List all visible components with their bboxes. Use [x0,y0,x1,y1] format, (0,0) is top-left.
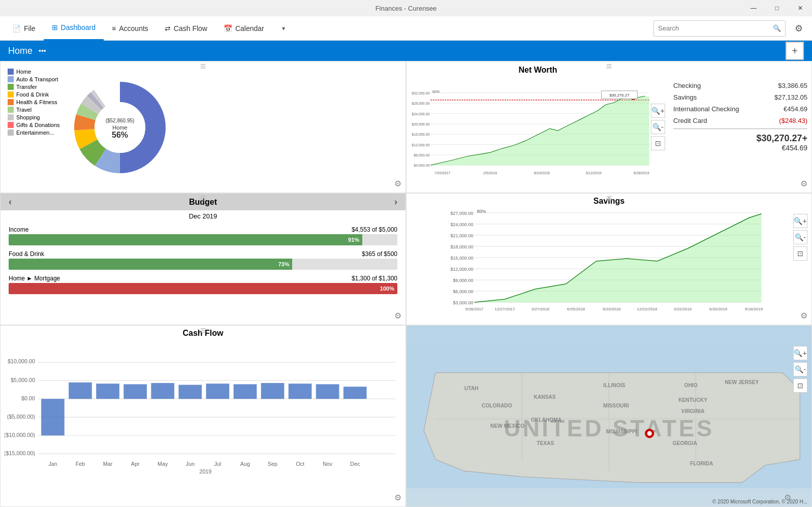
cashflow-drag-handle[interactable]: ≡ [200,326,206,334]
account-divider [673,129,807,129]
svg-rect-92 [316,384,339,399]
map-svg: UTAH COLORADO NEW MEXICO KANSAS OKLAHOMA… [407,326,811,506]
svg-text:$24,000.00: $24,000.00 [450,222,473,227]
networth-zoom-buttons: 🔍+ 🔍- ⊡ [651,104,665,150]
networth-title: Net Worth [411,66,665,75]
savings-settings-button[interactable]: ⚙ [800,311,807,321]
spending-settings-button[interactable]: ⚙ [394,179,401,188]
svg-text:$28,000.00: $28,000.00 [412,102,429,105]
spending-donut-chart: ($52,860.95) Home 56% [69,77,171,178]
map-zoom-out-button[interactable]: 🔍- [793,362,807,376]
legend-color-shopping [8,114,14,120]
menu-file[interactable]: 📄 File [4,16,44,41]
spending-drag-handle[interactable]: ≡ [200,61,206,70]
svg-text:Feb: Feb [76,461,85,467]
menu-calendar[interactable]: 📅 Calendar [215,16,272,41]
nav-dropdown-button[interactable]: ▾ [276,21,291,36]
svg-text:$30,270.27: $30,270.27 [609,93,629,98]
networth-zoom-out-button[interactable]: 🔍- [651,120,665,134]
svg-text:6/25/2018: 6/25/2018 [567,307,585,311]
svg-text:$27,000.00: $27,000.00 [450,211,473,216]
savings-chart: $27,000.00 $24,000.00 $21,000.00 $18,000… [411,208,807,314]
calendar-icon: 📅 [224,24,232,33]
savings-zoom-out-button[interactable]: 🔍- [793,230,807,244]
networth-panel: ≡ Net Worth $32,000.00 $28,000.00 $24,00… [406,61,812,193]
menu-accounts[interactable]: ≡ Accounts [104,16,157,41]
account-row-checking: Checking $3,386.65 [673,82,807,89]
budget-panel: ≡ ‹ Budget › Dec 2019 Income $4,553 of $… [0,193,406,325]
networth-zoom-in-button[interactable]: 🔍+ [651,104,665,118]
networth-fit-button[interactable]: ⊡ [651,136,665,150]
svg-text:9/28/2017: 9/28/2017 [465,307,484,311]
svg-text:UTAH: UTAH [464,386,479,391]
main-content: ≡ Home Auto & Transport Transfer Food & … [0,61,812,507]
budget-next-button[interactable]: › [394,197,397,207]
legend-item-health: Health & Fitness [8,99,65,105]
budget-drag-handle[interactable]: ≡ [200,194,206,202]
home-tab-bar: Home ••• + [0,41,812,61]
map-settings-button[interactable]: ⚙ [784,493,791,502]
budget-food-label: Food & Drink $365 of $500 [9,250,397,258]
legend-item-food: Food & Drink [8,91,65,98]
map-fit-button[interactable]: ⊡ [793,378,807,393]
svg-text:12/27/2017: 12/27/2017 [494,307,515,311]
svg-text:3/22/2019: 3/22/2019 [674,307,692,311]
svg-text:$20,000.00: $20,000.00 [412,122,429,126]
svg-text:$0.00: $0.00 [21,395,35,401]
map-zoom-in-button[interactable]: 🔍+ [793,346,807,360]
legend-color-home [8,69,14,75]
budget-prev-button[interactable]: ‹ [9,197,12,207]
svg-text:$12,000.00: $12,000.00 [412,143,429,147]
savings-zoom-in-button[interactable]: 🔍+ [793,214,807,228]
svg-text:56%: 56% [112,131,128,139]
svg-text:NEW JERSEY: NEW JERSEY [725,379,759,385]
svg-rect-84 [96,384,119,399]
search-input[interactable] [658,24,773,32]
maximize-button[interactable]: □ [765,0,789,16]
menu-bar: 📄 File ⊞ Dashboard ≡ Accounts ⇄ Cash Flo… [0,16,812,41]
cashflow-settings-button[interactable]: ⚙ [394,493,401,502]
svg-text:$3,000.00: $3,000.00 [453,300,473,305]
svg-text:($15,000.00): ($15,000.00) [5,450,35,456]
budget-income-fill: 91% [9,234,362,245]
close-button[interactable]: ✕ [789,0,812,16]
svg-rect-86 [151,383,174,399]
settings-button[interactable]: ⚙ [790,19,808,38]
svg-text:$18,000.00: $18,000.00 [450,244,473,249]
svg-text:7/20/2017: 7/20/2017 [434,171,450,175]
svg-text:Oct: Oct [296,461,304,467]
budget-mortgage-bar: 100% [9,283,397,294]
home-tab-dots[interactable]: ••• [39,47,46,55]
add-widget-button[interactable]: + [786,42,804,60]
svg-text:($5,000.00): ($5,000.00) [7,414,35,420]
svg-text:Home: Home [112,124,127,131]
minimize-button[interactable]: — [742,0,765,16]
savings-fit-button[interactable]: ⊡ [793,246,807,261]
svg-text:Apr: Apr [131,461,140,467]
title-bar: Finances - Curensee — □ ✕ [0,0,812,16]
accounts-icon: ≡ [112,24,116,33]
legend-item-gifts: Gifts & Donations [8,122,65,128]
networth-settings-button[interactable]: ⚙ [800,179,807,188]
savings-drag-handle[interactable]: ≡ [606,194,612,202]
savings-panel: ≡ Savings $27,000.00 $24,000.00 $21,000.… [406,193,812,325]
svg-text:$9,000.00: $9,000.00 [453,278,473,283]
networth-accounts: Checking $3,386.65 Savings $27,132.05 In… [669,61,811,193]
budget-period: Dec 2019 [1,212,405,220]
savings-zoom-buttons: 🔍+ 🔍- ⊡ [793,214,807,261]
legend-item-auto: Auto & Transport [8,76,65,82]
svg-text:80%: 80% [477,209,486,214]
menu-dashboard[interactable]: ⊞ Dashboard [44,16,104,41]
legend-item-home: Home [8,69,65,75]
svg-text:$15,000.00: $15,000.00 [450,256,473,261]
legend-color-travel [8,107,14,113]
home-tab-label[interactable]: Home [8,46,33,56]
svg-text:Nov: Nov [323,461,333,467]
budget-settings-button[interactable]: ⚙ [394,311,401,321]
svg-text:May: May [158,461,168,467]
menu-cashflow[interactable]: ⇄ Cash Flow [157,16,215,41]
legend-color-entertainment [8,130,14,136]
budget-food-bar: 73% [9,259,397,270]
svg-text:OHIO: OHIO [684,383,698,388]
app-title: Finances - Curensee [376,5,437,12]
